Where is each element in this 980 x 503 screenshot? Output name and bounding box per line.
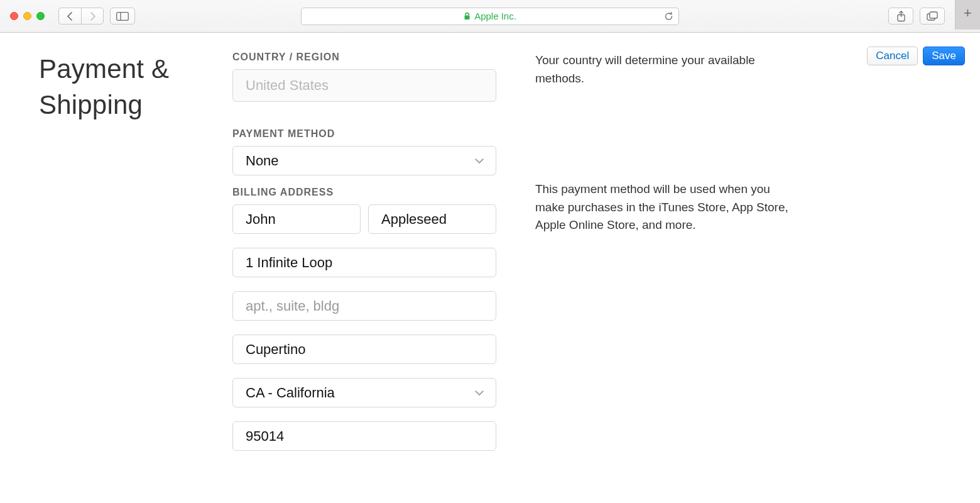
- share-icon: [896, 11, 906, 22]
- plus-icon: +: [964, 5, 972, 21]
- address-bar[interactable]: Apple Inc.: [301, 8, 679, 25]
- sidebar-icon: [116, 12, 129, 21]
- address-bar-label: Apple Inc.: [474, 11, 516, 21]
- country-field: United States: [232, 69, 496, 102]
- chevron-right-icon: [89, 12, 96, 21]
- payment-section: PAYMENT METHOD None: [232, 128, 508, 175]
- payment-help-text: This payment method will be used when yo…: [535, 180, 799, 235]
- page-title-line2: Shipping: [39, 90, 143, 119]
- svg-rect-6: [930, 12, 937, 18]
- svg-rect-0: [117, 12, 129, 20]
- chevron-left-icon: [67, 12, 74, 21]
- right-toolbar: +: [888, 3, 974, 29]
- chevron-down-icon: [474, 158, 484, 164]
- country-help-text: Your country will determine your availab…: [535, 52, 799, 87]
- lock-icon: [464, 12, 471, 20]
- billing-fields: John Appleseed 1 Infinite Loop apt., sui…: [232, 204, 508, 451]
- last-name-input[interactable]: Appleseed: [368, 204, 496, 234]
- last-name-value: Appleseed: [381, 211, 447, 228]
- svg-rect-2: [465, 16, 470, 20]
- first-name-input[interactable]: John: [232, 204, 361, 234]
- payment-method-value: None: [246, 153, 279, 169]
- city-input[interactable]: Cupertino: [232, 334, 496, 364]
- reload-button[interactable]: [664, 11, 673, 21]
- form-column: COUNTRY / REGION United States PAYMENT M…: [232, 52, 524, 451]
- page-title-line1: Payment &: [39, 54, 169, 84]
- first-name-value: John: [246, 211, 276, 228]
- country-section: COUNTRY / REGION United States: [232, 52, 508, 102]
- billing-address-label: BILLING ADDRESS: [232, 187, 508, 198]
- billing-section: BILLING ADDRESS John Appleseed 1 Infinit…: [232, 187, 508, 451]
- cancel-button[interactable]: Cancel: [867, 47, 918, 65]
- zip-value: 95014: [246, 428, 284, 445]
- save-button-label: Save: [932, 50, 956, 62]
- sidebar-toggle-button[interactable]: [110, 8, 135, 25]
- cancel-button-label: Cancel: [876, 50, 909, 62]
- city-value: Cupertino: [246, 341, 305, 358]
- street1-input[interactable]: 1 Infinite Loop: [232, 248, 496, 277]
- page-title: Payment & Shipping: [39, 52, 232, 123]
- country-value: United States: [246, 77, 329, 94]
- payment-method-label: PAYMENT METHOD: [232, 128, 508, 140]
- page-actions: Cancel Save: [867, 47, 965, 65]
- state-value: CA - California: [246, 385, 335, 401]
- save-button[interactable]: Save: [923, 47, 965, 65]
- forward-button[interactable]: [81, 8, 104, 25]
- country-label: COUNTRY / REGION: [232, 52, 508, 63]
- window-close-button[interactable]: [10, 12, 18, 20]
- window-controls: [10, 12, 45, 20]
- page-content: Payment & Shipping COUNTRY / REGION Unit…: [0, 33, 980, 451]
- name-row: John Appleseed: [232, 204, 508, 234]
- payment-method-select[interactable]: None: [232, 146, 496, 175]
- street1-value: 1 Infinite Loop: [246, 255, 332, 271]
- tabs-icon: [927, 11, 938, 21]
- zip-input[interactable]: 95014: [232, 421, 496, 451]
- chevron-down-icon: [474, 390, 484, 396]
- new-tab-button[interactable]: +: [955, 0, 980, 30]
- left-column: Payment & Shipping: [0, 52, 232, 451]
- safari-toolbar: Apple Inc. +: [0, 0, 980, 33]
- street2-placeholder: apt., suite, bldg: [246, 298, 339, 314]
- reload-icon: [664, 11, 673, 21]
- window-minimize-button[interactable]: [23, 12, 31, 20]
- street2-input[interactable]: apt., suite, bldg: [232, 291, 496, 321]
- share-button[interactable]: [888, 8, 913, 25]
- address-bar-wrap: Apple Inc.: [301, 8, 679, 25]
- window-zoom-button[interactable]: [36, 12, 45, 20]
- right-column: Cancel Save Your country will determine …: [524, 52, 980, 451]
- back-button[interactable]: [58, 8, 81, 25]
- nav-buttons: [58, 8, 104, 25]
- state-select[interactable]: CA - California: [232, 378, 496, 407]
- tabs-button[interactable]: [920, 8, 945, 25]
